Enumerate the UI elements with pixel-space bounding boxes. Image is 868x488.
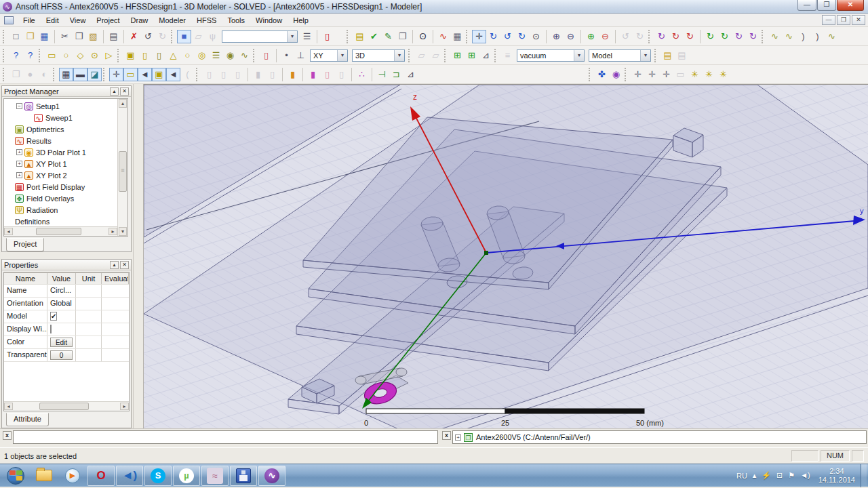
intersect-button[interactable]: ▯ bbox=[231, 68, 245, 81]
language-indicator[interactable]: RU bbox=[736, 472, 747, 480]
move-cs-button[interactable]: ✛ bbox=[631, 68, 645, 81]
draw-torus-button[interactable]: ◎ bbox=[195, 49, 209, 62]
draw-bondwire-button[interactable]: ∿ bbox=[237, 49, 252, 62]
draw-plane-button[interactable]: ⊥ bbox=[294, 49, 308, 62]
panel-collapse-icon[interactable]: ▴ bbox=[110, 87, 119, 96]
tree-item-xy-plot-1[interactable]: +▲XY Plot 1 bbox=[4, 158, 117, 169]
grid-toggle-button[interactable]: ▦ bbox=[59, 68, 73, 81]
expand-icon[interactable]: + bbox=[455, 434, 461, 441]
mesh-display-button[interactable]: ◉ bbox=[609, 68, 623, 81]
column-header-evaluate[interactable]: Evaluate bbox=[102, 272, 129, 284]
view-undo-button[interactable]: ↺ bbox=[618, 30, 633, 43]
menu-edit[interactable]: Edit bbox=[41, 15, 64, 26]
shade-toggle-button[interactable]: ◪ bbox=[87, 68, 102, 81]
rotate-model-button[interactable]: ↺ bbox=[500, 30, 515, 43]
property-value[interactable]: Global bbox=[47, 298, 76, 310]
copy-button[interactable]: ❐ bbox=[72, 30, 86, 43]
arc-mode-button[interactable]: ( bbox=[180, 68, 195, 81]
face-cs-button[interactable]: ✳ bbox=[702, 68, 716, 81]
align-v-button[interactable]: ⊐ bbox=[389, 68, 403, 81]
open-folder-button[interactable]: ▤ bbox=[660, 49, 675, 62]
non-model-toggle-button[interactable]: ▯ bbox=[259, 49, 273, 62]
tree-item-radiation[interactable]: ΨRadiation bbox=[4, 204, 117, 216]
toolbar-grip[interactable] bbox=[444, 49, 449, 62]
toolbar-grip[interactable] bbox=[3, 30, 7, 43]
wrap-sheet-button[interactable]: ▯ bbox=[334, 68, 349, 81]
modeler-viewport[interactable]: z y 0 25 50 (mm) bbox=[144, 84, 868, 428]
view-redo-button[interactable]: ↻ bbox=[633, 30, 647, 43]
draw-cylinder-button[interactable]: ▯ bbox=[138, 49, 152, 62]
pan-button[interactable]: ✛ bbox=[472, 30, 486, 43]
draw-polyhedron-button[interactable]: ▯ bbox=[152, 49, 166, 62]
dropdown-arrow-icon[interactable]: ▾ bbox=[394, 50, 404, 61]
toolbar-grip[interactable] bbox=[39, 49, 43, 62]
panel-close-icon[interactable]: ✕ bbox=[120, 261, 129, 269]
toolbar-grip[interactable] bbox=[117, 49, 122, 62]
menu-file[interactable]: File bbox=[18, 15, 41, 26]
tree-expander-icon[interactable]: + bbox=[16, 172, 22, 178]
toolbar-grip[interactable] bbox=[347, 30, 351, 43]
draw-spiral-button[interactable]: ◉ bbox=[223, 49, 237, 62]
analyze-button[interactable]: ✎ bbox=[381, 30, 395, 43]
new-button[interactable]: □ bbox=[9, 30, 23, 43]
offset-cs-button[interactable]: ✛ bbox=[659, 68, 673, 81]
search-button[interactable]: ʘ bbox=[416, 30, 430, 43]
menu-modeler[interactable]: Modeler bbox=[153, 15, 191, 26]
ansoft-hfss-icon[interactable]: ∿ bbox=[258, 466, 285, 486]
project-tree-vscrollbar[interactable]: ▴ ▾ bbox=[117, 99, 127, 236]
project-path-box[interactable]: + ❐ Antex2600V5 (C:/Antenn/Fail/Ver/) bbox=[452, 430, 867, 444]
mirror-button[interactable]: ⊿ bbox=[403, 68, 418, 81]
rotate-z-button[interactable]: ↻ bbox=[717, 30, 732, 43]
object-layers-button[interactable]: ≡ bbox=[500, 49, 515, 62]
select-object-button[interactable]: ■ bbox=[177, 30, 191, 43]
model-combo[interactable]: Model▾ bbox=[589, 49, 651, 62]
scroll-down-icon[interactable]: ▾ bbox=[119, 227, 127, 236]
toolbar-grip[interactable] bbox=[408, 49, 413, 62]
rotate-z-neg-button[interactable]: ↻ bbox=[732, 30, 746, 43]
progress-close-icon[interactable]: x bbox=[442, 431, 451, 440]
menu-view[interactable]: View bbox=[64, 15, 92, 26]
menu-tools[interactable]: Tools bbox=[222, 15, 250, 26]
unite-button[interactable]: ▯ bbox=[202, 68, 216, 81]
rotate-center-button[interactable]: ↻ bbox=[486, 30, 500, 43]
media-player-icon[interactable]: ▶ bbox=[59, 466, 86, 486]
scroll-right-icon[interactable]: ▸ bbox=[120, 403, 129, 410]
tree-item-definitions[interactable]: Definitions bbox=[4, 216, 117, 226]
tree-item-xy-plot-2[interactable]: +▲XY Plot 2 bbox=[4, 169, 117, 181]
scroll-left-icon[interactable]: ◂ bbox=[4, 403, 13, 410]
hscroll-thumb[interactable] bbox=[36, 228, 81, 235]
toolbar-grip[interactable] bbox=[654, 49, 659, 62]
properties-hscrollbar[interactable]: ◂ ▸ bbox=[4, 401, 129, 411]
property-value[interactable]: Circl... bbox=[47, 285, 76, 297]
sweep-face-button[interactable]: ▮ bbox=[306, 68, 320, 81]
subtract-button[interactable]: ▯ bbox=[216, 68, 231, 81]
menu-project[interactable]: Project bbox=[91, 15, 125, 26]
rotate-y-button[interactable]: ↻ bbox=[683, 30, 697, 43]
rotate-y-neg-button[interactable]: ↻ bbox=[703, 30, 717, 43]
mdi-document-icon[interactable] bbox=[4, 16, 14, 24]
draw-ellipse-button[interactable]: ⊙ bbox=[87, 49, 102, 62]
draw-circle-button[interactable]: ○ bbox=[59, 49, 73, 62]
draw-rectangle-button[interactable]: ▭ bbox=[45, 49, 59, 62]
hscroll-thumb[interactable] bbox=[39, 403, 90, 410]
tab-attribute[interactable]: Attribute bbox=[6, 413, 49, 426]
toolbar-grip[interactable] bbox=[3, 68, 7, 81]
opera-icon[interactable]: O bbox=[87, 466, 115, 486]
hfss-curves-icon[interactable]: ≈ bbox=[201, 466, 229, 486]
rotate-free-button[interactable]: ↻ bbox=[746, 30, 760, 43]
validate-button[interactable]: ▤ bbox=[353, 30, 367, 43]
zoom-in-button[interactable]: ⊕ bbox=[584, 30, 598, 43]
scroll-up-icon[interactable]: ▴ bbox=[119, 99, 127, 108]
zoom-out-button[interactable]: ⊖ bbox=[598, 30, 612, 43]
plane-select-button[interactable]: ▭ bbox=[123, 68, 138, 81]
zoom-in-rect-button[interactable]: ⊕ bbox=[549, 30, 564, 43]
property-checkbox[interactable]: ✔ bbox=[50, 312, 57, 321]
copy-view-button[interactable]: ❐ bbox=[9, 68, 23, 81]
utorrent-icon[interactable]: µ bbox=[173, 466, 200, 486]
rotate-cs-button[interactable]: ✛ bbox=[645, 68, 659, 81]
draw-helix-button[interactable]: ☰ bbox=[209, 49, 223, 62]
mdi-minimize-button[interactable]: — bbox=[822, 15, 835, 25]
boolean-molecule-button[interactable]: ∴ bbox=[355, 68, 369, 81]
help-pointer-button[interactable]: ? bbox=[23, 49, 37, 62]
tree-expander-icon[interactable]: + bbox=[16, 149, 22, 155]
